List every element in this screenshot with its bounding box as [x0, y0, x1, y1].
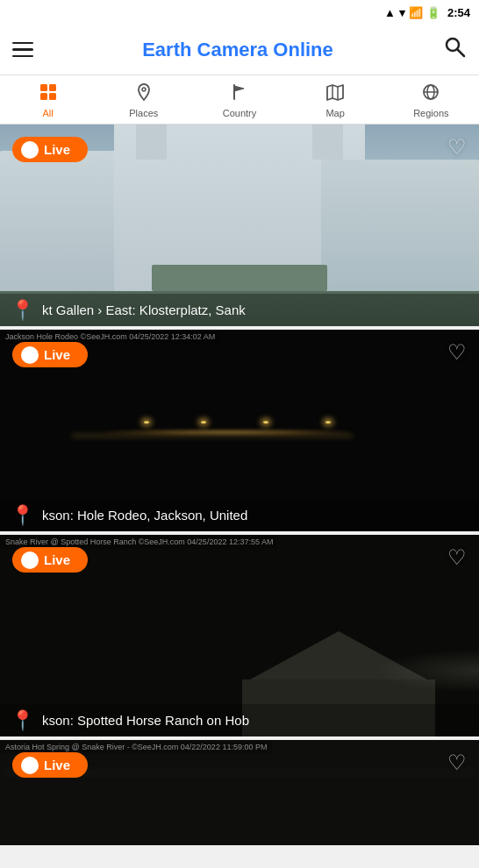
battery-icon: 🔋 — [426, 6, 440, 19]
favorite-btn-3[interactable]: ♡ — [447, 545, 467, 570]
tab-all-label: All — [42, 108, 53, 118]
tab-regions[interactable]: Regions — [404, 81, 457, 120]
tab-map[interactable]: Map — [309, 81, 361, 120]
pin-icon-1: 📍 — [11, 299, 34, 322]
tab-places-label: Places — [129, 108, 158, 118]
camera-label-1: 📍 kt Gallen › East: Klosterplatz, Sank — [0, 294, 479, 326]
signal-icon: 📶 — [409, 6, 423, 19]
camera-label-3: 📍 kson: Spotted Horse Ranch on Hob — [0, 704, 479, 736]
live-badge-4: Live — [12, 752, 88, 778]
pin-icon-3: 📍 — [11, 709, 34, 732]
camera-card-4[interactable]: Astoria Hot Spring @ Snake River - ©SeeJ… — [0, 740, 479, 845]
camera-feed: Live ♡ 📍 kt Gallen › East: Klosterplatz,… — [0, 125, 479, 849]
svg-point-6 — [142, 88, 146, 91]
regions-icon — [421, 82, 440, 106]
map-icon — [325, 82, 345, 106]
tab-country-label: Country — [223, 108, 257, 118]
favorite-btn-1[interactable]: ♡ — [447, 135, 467, 160]
menu-button[interactable] — [12, 42, 33, 58]
tab-places[interactable]: Places — [118, 81, 170, 120]
status-bar: ▲ ▾ 📶 🔋 2:54 — [0, 0, 479, 25]
camera-card-1[interactable]: Live ♡ 📍 kt Gallen › East: Klosterplatz,… — [0, 125, 479, 326]
time-display: 2:54 — [447, 6, 470, 19]
status-icons: ▲ ▾ 📶 🔋 2:54 — [384, 6, 470, 19]
android-icon: ▲ — [384, 6, 396, 19]
search-button[interactable] — [442, 34, 467, 65]
favorite-btn-2[interactable]: ♡ — [447, 340, 467, 365]
svg-rect-2 — [40, 84, 47, 91]
camera-label-2: 📍 kson: Hole Rodeo, Jackson, United — [0, 499, 479, 531]
country-icon — [230, 82, 249, 106]
app-header: Earth Camera Online — [0, 25, 479, 75]
live-badge-1: Live — [12, 137, 88, 162]
wifi-icon: ▾ — [399, 6, 405, 19]
camera-card-3[interactable]: Snake River @ Spotted Horse Ranch ©SeeJH… — [0, 535, 479, 736]
svg-rect-4 — [40, 93, 47, 100]
tab-country[interactable]: Country — [213, 81, 266, 120]
places-icon — [134, 82, 154, 106]
svg-rect-3 — [49, 84, 56, 91]
pin-icon-2: 📍 — [11, 504, 34, 527]
camera-card-2[interactable]: Jackson Hole Rodeo ©SeeJH.com 04/25/2022… — [0, 330, 479, 531]
svg-line-1 — [458, 50, 465, 57]
favorite-btn-4[interactable]: ♡ — [447, 751, 467, 775]
app-title: Earth Camera Online — [33, 39, 442, 61]
all-icon — [39, 82, 58, 106]
svg-rect-5 — [49, 93, 56, 100]
tab-map-label: Map — [325, 108, 344, 118]
tab-regions-label: Regions — [413, 108, 448, 118]
live-badge-2: Live — [12, 342, 88, 367]
live-badge-3: Live — [12, 547, 88, 573]
nav-tabs: All Places Country Map — [0, 75, 479, 125]
tab-all[interactable]: All — [22, 81, 75, 120]
